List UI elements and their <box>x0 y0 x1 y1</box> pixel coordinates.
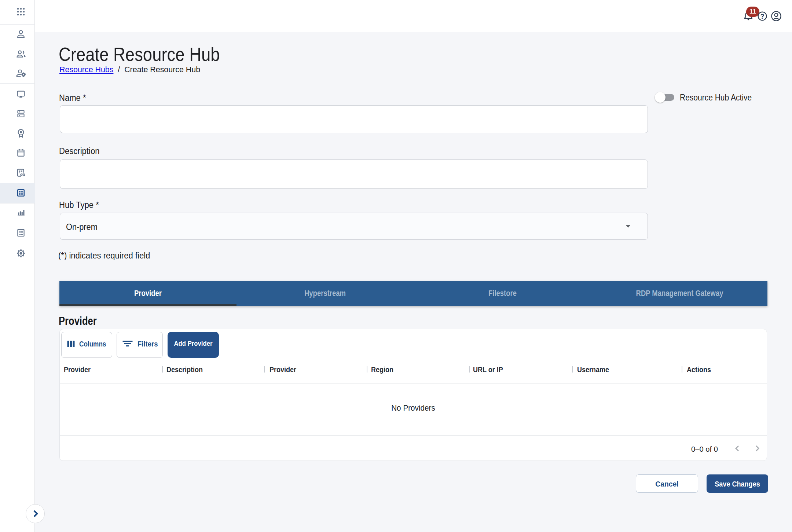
svg-text:?: ? <box>760 13 764 20</box>
